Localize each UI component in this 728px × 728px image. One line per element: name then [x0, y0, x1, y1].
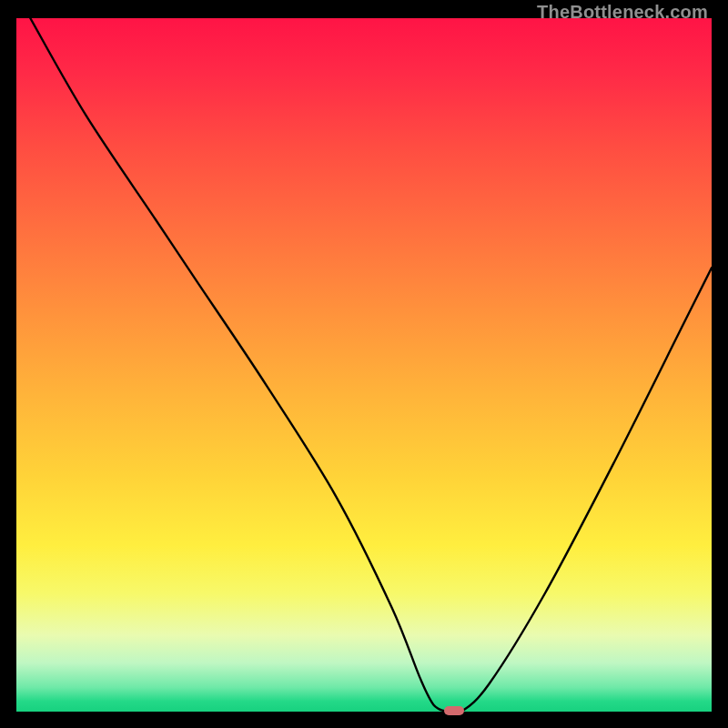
watermark-text: TheBottleneck.com: [537, 2, 708, 23]
plot-area: [16, 18, 712, 712]
chart-frame: TheBottleneck.com: [0, 0, 728, 728]
